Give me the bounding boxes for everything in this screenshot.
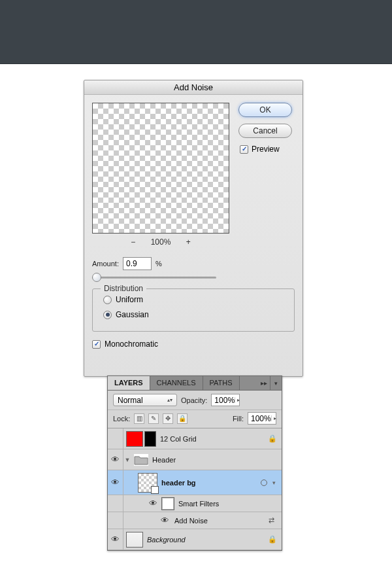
fill-value: 100%	[251, 414, 271, 423]
lock-icon: 🔒	[267, 535, 278, 544]
opacity-value: 100%	[214, 396, 235, 405]
layer-group-row[interactable]: 👁 ▼ Header	[108, 449, 282, 470]
fill-label: Fill:	[233, 415, 244, 423]
opacity-arrow-icon: ▸	[235, 397, 240, 403]
slider-thumb[interactable]	[92, 273, 101, 282]
opacity-label: Opacity:	[181, 396, 207, 404]
amount-input[interactable]: 0.9	[123, 257, 152, 270]
slider-track	[92, 277, 216, 279]
fill-arrow-icon: ▸	[271, 415, 276, 421]
opacity-input[interactable]: 100% ▸	[211, 394, 240, 406]
layer-thumbnail	[126, 532, 143, 548]
background-layer-row[interactable]: 👁 Background 🔒	[108, 529, 282, 550]
layer-row-selected[interactable]: 👁 header bg ▾	[108, 470, 282, 495]
blend-opacity-row: Normal ▴▾ Opacity: 100% ▸	[108, 391, 282, 410]
dialog-buttons: OK Cancel Preview	[238, 103, 295, 154]
visibility-toggle[interactable]: 👁	[159, 512, 171, 529]
visibility-toggle[interactable]: 👁	[108, 529, 123, 549]
visibility-toggle[interactable]	[108, 428, 123, 449]
dialog-title: Add Noise	[84, 80, 302, 95]
tab-layers[interactable]: LAYERS	[108, 376, 150, 390]
page-header-strip	[0, 0, 392, 64]
lock-all-icon[interactable]: 🔒	[177, 413, 188, 424]
add-noise-dialog: Add Noise − 100% + OK Cancel Preview Amo…	[84, 80, 303, 377]
lock-icon: 🔒	[267, 434, 278, 443]
preview-checkbox-label: Preview	[252, 145, 280, 154]
lock-pixels-icon[interactable]: ✎	[148, 413, 159, 424]
filter-name: Add Noise	[174, 517, 265, 525]
tab-paths[interactable]: PATHS	[203, 376, 240, 390]
zoom-level: 100%	[151, 237, 171, 247]
monochromatic-label: Monochromatic	[105, 340, 158, 349]
panel-collapse-icon[interactable]: ▾	[270, 376, 282, 390]
blend-mode-value: Normal	[118, 396, 143, 405]
visibility-toggle[interactable]: 👁	[108, 449, 123, 470]
panel-menu-icon[interactable]: ▸▸	[258, 376, 270, 390]
amount-label: Amount:	[92, 260, 119, 268]
amount-unit: %	[155, 260, 162, 268]
tab-channels[interactable]: CHANNELS	[150, 376, 203, 390]
monochromatic-checkbox[interactable]	[92, 340, 101, 349]
smart-object-thumbnail	[138, 473, 157, 493]
layer-name: Header	[152, 456, 282, 464]
zoom-in-button[interactable]: +	[186, 237, 191, 247]
layer-thumbnail	[126, 431, 143, 447]
cancel-button[interactable]: Cancel	[238, 124, 292, 138]
filter-mask-thumbnail	[161, 497, 174, 510]
dialog-body: − 100% + OK Cancel Preview Amount: 0.9 %	[84, 95, 302, 376]
visibility-spacer	[108, 512, 123, 529]
preview-canvas[interactable]	[92, 103, 229, 234]
zoom-out-button[interactable]: −	[131, 237, 135, 247]
gaussian-radio-label: Gaussian	[116, 310, 149, 319]
ok-button[interactable]: OK	[238, 103, 292, 117]
layers-panel: LAYERS CHANNELS PATHS ▸▸ ▾ Normal ▴▾ Opa…	[107, 375, 282, 551]
visibility-toggle[interactable]: 👁	[108, 470, 123, 495]
filter-effects-icon[interactable]	[261, 479, 267, 486]
folder-icon	[134, 454, 148, 466]
smart-filters-label: Smart Filters	[178, 500, 282, 508]
layer-mask-thumbnail	[144, 431, 156, 447]
fill-input[interactable]: 100% ▸	[248, 412, 276, 425]
distribution-fieldset: Distribution Uniform Gaussian	[92, 288, 295, 332]
expand-effects-icon[interactable]: ▾	[270, 479, 278, 486]
visibility-toggle[interactable]: 👁	[147, 495, 159, 512]
gaussian-radio[interactable]	[103, 311, 112, 319]
lock-fill-row: Lock: ▥ ✎ ✥ 🔒 Fill: 100% ▸	[108, 410, 282, 428]
smart-filters-row[interactable]: 👁 Smart Filters	[108, 495, 282, 512]
layer-name: 12 Col Grid	[160, 435, 267, 443]
layer-name: Background	[147, 536, 267, 544]
lock-label: Lock:	[113, 415, 130, 423]
blend-mode-select[interactable]: Normal ▴▾	[113, 394, 177, 406]
filter-options-icon[interactable]: ⇄	[265, 516, 278, 525]
panel-tabbar: LAYERS CHANNELS PATHS ▸▸ ▾	[108, 376, 282, 391]
uniform-radio-label: Uniform	[116, 295, 143, 304]
amount-slider[interactable]	[92, 273, 216, 282]
filter-item-row[interactable]: 👁 Add Noise ⇄	[108, 512, 282, 529]
layer-row[interactable]: 12 Col Grid 🔒	[108, 428, 282, 449]
preview-checkbox[interactable]	[240, 145, 248, 154]
expand-toggle-icon[interactable]: ▼	[123, 457, 131, 463]
lock-transparency-icon[interactable]: ▥	[134, 413, 144, 424]
layers-list: 12 Col Grid 🔒 👁 ▼ Header 👁 header bg ▾	[108, 428, 282, 550]
lock-position-icon[interactable]: ✥	[163, 413, 173, 424]
zoom-controls: − 100% +	[92, 237, 229, 247]
layer-name: header bg	[161, 479, 261, 487]
uniform-radio[interactable]	[103, 296, 112, 304]
distribution-legend: Distribution	[101, 284, 146, 293]
stage: Add Noise − 100% + OK Cancel Preview Amo…	[0, 0, 392, 575]
dropdown-arrow-icon: ▴▾	[167, 398, 172, 403]
visibility-spacer	[108, 495, 123, 512]
